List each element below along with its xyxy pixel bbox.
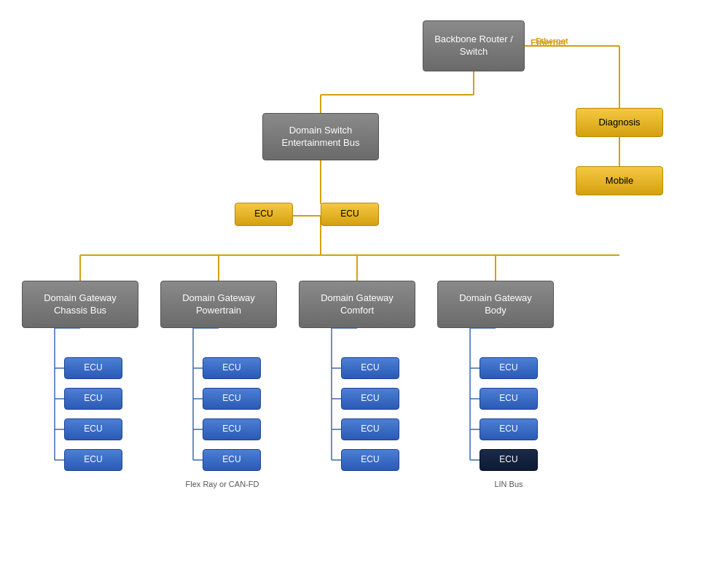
linbus-label: LIN Bus (472, 480, 545, 488)
ecu-chassis-3: ECU (64, 418, 122, 440)
ecu-entertainment-1: ECU (235, 203, 293, 226)
domain-gateway-body: Domain GatewayBody (437, 281, 554, 328)
ecu-comfort-3: ECU (341, 418, 399, 440)
ecu-entertainment-2: ECU (321, 203, 379, 226)
ecu-body-4-dark: ECU (480, 449, 538, 471)
mobile-node: Mobile (576, 166, 663, 195)
ecu-body-2: ECU (480, 388, 538, 410)
flexray-label: Flex Ray or CAN-FD (175, 480, 270, 488)
ecu-powertrain-3: ECU (203, 418, 261, 440)
ecu-chassis-2: ECU (64, 388, 122, 410)
domain-gateway-powertrain: Domain GatewayPowertrain (160, 281, 277, 328)
ecu-powertrain-4: ECU (203, 449, 261, 471)
ecu-powertrain-1: ECU (203, 357, 261, 379)
domain-gateway-chassis: Domain GatewayChassis Bus (22, 281, 138, 328)
domain-switch-entertainment: Domain SwitchEntertainment Bus (262, 113, 379, 160)
domain-gateway-comfort: Domain GatewayComfort (299, 281, 415, 328)
ecu-powertrain-2: ECU (203, 388, 261, 410)
ecu-body-3: ECU (480, 418, 538, 440)
ecu-comfort-1: ECU (341, 357, 399, 379)
diagram: Ethernet Backbone Router /Switch Domain … (0, 0, 728, 573)
ecu-chassis-1: ECU (64, 357, 122, 379)
ecu-body-1: ECU (480, 357, 538, 379)
ethernet-label-positioned: Ethernet (531, 38, 566, 48)
ecu-comfort-4: ECU (341, 449, 399, 471)
ecu-comfort-2: ECU (341, 388, 399, 410)
backbone-router-switch: Backbone Router /Switch (423, 20, 525, 71)
ecu-chassis-4: ECU (64, 449, 122, 471)
diagnosis-node: Diagnosis (576, 108, 663, 137)
